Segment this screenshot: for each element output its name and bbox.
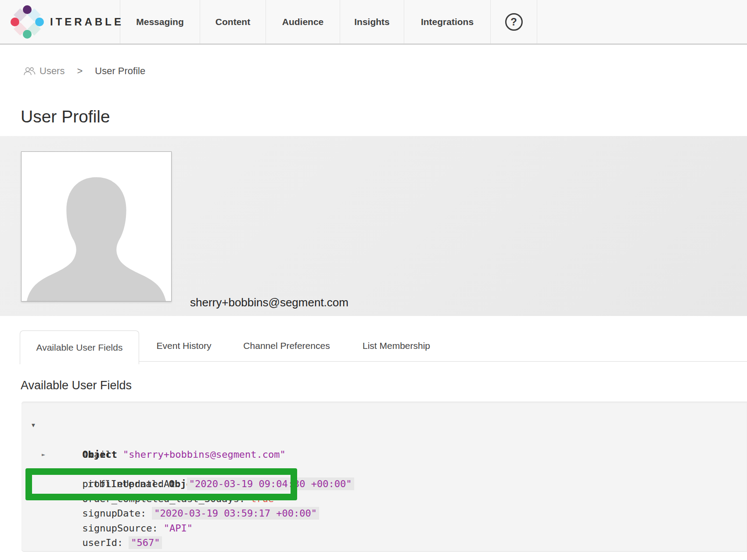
- nav-item-integrations[interactable]: Integrations: [404, 0, 491, 43]
- tab-event-history[interactable]: Event History: [157, 339, 212, 353]
- tab-available-user-fields[interactable]: Available User Fields: [20, 330, 139, 364]
- tab-channel-preferences[interactable]: Channel Preferences: [243, 339, 330, 353]
- collapse-triangle-icon[interactable]: ▼: [32, 418, 35, 433]
- breadcrumb-chevron-icon: >: [71, 65, 89, 77]
- breadcrumb-users-link[interactable]: Users: [23, 65, 65, 77]
- breadcrumb-current: User Profile: [95, 65, 145, 77]
- field-value: "567": [129, 536, 162, 549]
- tab-list-membership[interactable]: List Membership: [363, 339, 430, 353]
- breadcrumb-users-label: Users: [40, 65, 65, 77]
- brand-name: ITERABLE: [50, 16, 124, 28]
- user-fields-json-panel: ▼ Object email:"sherry+bobbins@segment.c…: [22, 402, 747, 552]
- avatar-placeholder-icon: [22, 152, 171, 301]
- user-profile-screen: ITERABLE Messaging Content Audience Insi…: [0, 0, 747, 560]
- field-row-signupdate: signupDate:"2020-03-19 03:59:17 +00:00": [22, 492, 747, 506]
- help-icon: ?: [505, 13, 523, 31]
- tree-root-row: ▼ Object: [22, 418, 747, 433]
- field-row-itblinternal: ► itblInternal:Object: [22, 447, 747, 462]
- field-row-userid: userId:"567": [22, 521, 747, 536]
- nav-item-audience[interactable]: Audience: [266, 0, 340, 43]
- profile-email: sherry+bobbins@segment.com: [190, 296, 348, 309]
- help-button[interactable]: ?: [491, 0, 537, 43]
- nav-item-content[interactable]: Content: [200, 0, 266, 43]
- field-row-profileupdatedat: profileUpdatedAt:"2020-03-19 09:04:30 +0…: [22, 462, 747, 477]
- nav-item-insights[interactable]: Insights: [340, 0, 404, 43]
- nav-item-messaging[interactable]: Messaging: [120, 0, 200, 43]
- field-key: userId:: [82, 537, 123, 548]
- page-title: User Profile: [21, 107, 110, 126]
- profile-hero: sherry+bobbins@segment.com: [0, 136, 747, 316]
- iterable-logo-icon: [11, 5, 44, 39]
- expand-triangle-icon[interactable]: ►: [42, 447, 45, 462]
- top-nav: ITERABLE Messaging Content Audience Insi…: [0, 0, 747, 45]
- iterable-logo[interactable]: ITERABLE: [0, 0, 120, 43]
- field-row-signupsource: signupSource:"API": [22, 506, 747, 521]
- fields-section-heading: Available User Fields: [21, 379, 132, 392]
- breadcrumb: Users > User Profile: [23, 64, 145, 78]
- field-row-order-completed-last-30days: order_completed_last_30days:true: [22, 477, 747, 492]
- users-icon: [23, 66, 36, 76]
- avatar: [21, 151, 172, 302]
- field-row-email: email:"sherry+bobbins@segment.com": [22, 433, 747, 448]
